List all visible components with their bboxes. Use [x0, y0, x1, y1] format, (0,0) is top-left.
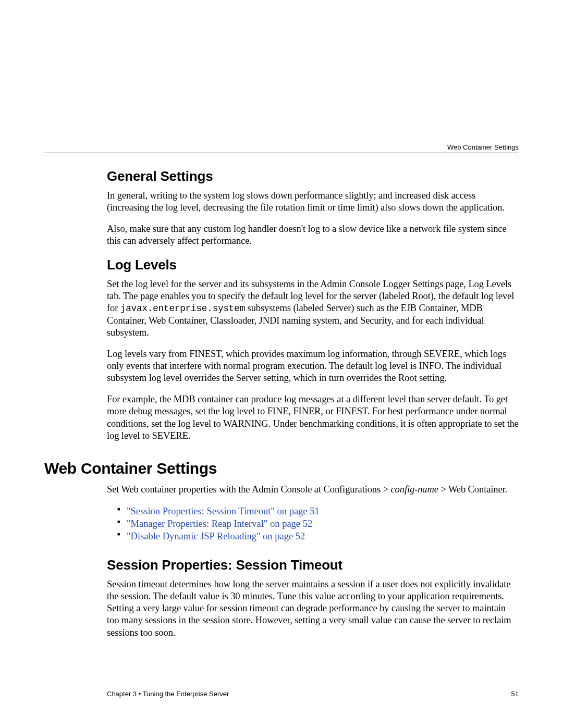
- cross-reference-link[interactable]: "Disable Dynamic JSP Reloading" on page …: [117, 530, 519, 542]
- page: Web Container Settings General Settings …: [0, 0, 563, 728]
- heading-session-timeout: Session Properties: Session Timeout: [107, 557, 519, 573]
- footer-chapter: Chapter 3 • Tuning the Enterprise Server: [107, 690, 229, 698]
- heading-web-container-settings: Web Container Settings: [44, 460, 519, 477]
- paragraph: Log levels vary from FINEST, which provi…: [107, 348, 519, 384]
- running-header: Web Container Settings: [447, 143, 519, 151]
- paragraph: In general, writing to the system log sl…: [107, 190, 519, 214]
- paragraph: Set the log level for the server and its…: [107, 278, 519, 339]
- cross-reference-link[interactable]: "Session Properties: Session Timeout" on…: [117, 505, 519, 517]
- inline-code: javax.enterprise.system: [120, 303, 245, 314]
- italic-text: config-name: [391, 484, 438, 495]
- paragraph: Session timeout determines how long the …: [107, 578, 519, 639]
- cross-reference-link[interactable]: "Manager Properties: Reap Interval" on p…: [117, 517, 519, 530]
- cross-reference-list: "Session Properties: Session Timeout" on…: [117, 505, 519, 542]
- heading-log-levels: Log Levels: [107, 257, 519, 273]
- text: > Web Container.: [438, 484, 507, 495]
- paragraph: Also, make sure that any custom log hand…: [107, 223, 519, 247]
- footer-page-number: 51: [511, 690, 519, 698]
- text: Set Web container properties with the Ad…: [107, 484, 391, 495]
- paragraph: For example, the MDB container can produ…: [107, 393, 519, 442]
- paragraph: Set Web container properties with the Ad…: [107, 484, 519, 496]
- heading-general-settings: General Settings: [107, 168, 519, 184]
- page-footer: Chapter 3 • Tuning the Enterprise Server…: [107, 690, 519, 698]
- header-rule: [44, 153, 519, 153]
- content-body: General Settings In general, writing to …: [107, 168, 519, 639]
